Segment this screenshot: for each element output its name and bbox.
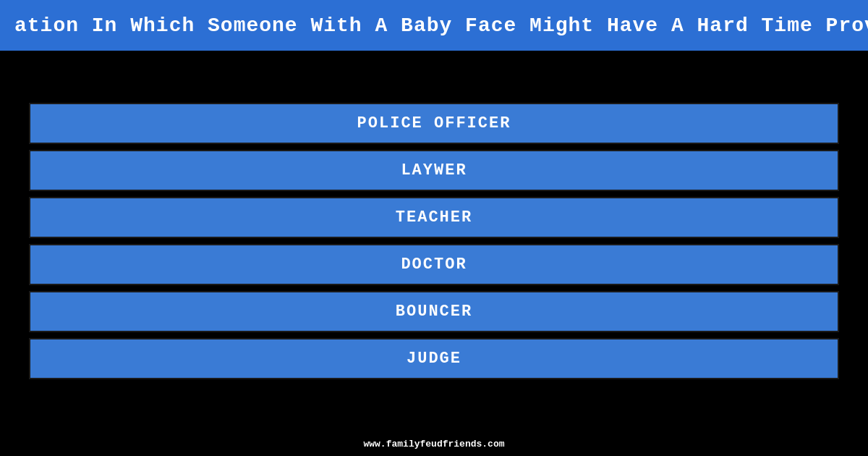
answer-row-6[interactable]: JUDGE	[29, 338, 839, 379]
answer-text-2: LAYWER	[401, 161, 467, 180]
answer-text-3: TEACHER	[396, 208, 472, 227]
footer: www.familyfeudfriends.com	[0, 431, 868, 456]
answer-text-1: POLICE OFFICER	[357, 114, 511, 132]
answer-row-2[interactable]: LAYWER	[29, 150, 839, 191]
answer-row-1[interactable]: POLICE OFFICER	[29, 103, 839, 144]
answer-text-4: DOCTOR	[401, 256, 467, 274]
answer-row-4[interactable]: DOCTOR	[29, 244, 839, 285]
answer-row-3[interactable]: TEACHER	[29, 197, 839, 238]
answers-list: POLICE OFFICERLAYWERTEACHERDOCTORBOUNCER…	[0, 51, 868, 431]
answer-text-6: JUDGE	[407, 350, 461, 368]
answer-row-5[interactable]: BOUNCER	[29, 291, 839, 332]
footer-url: www.familyfeudfriends.com	[363, 439, 504, 449]
answer-text-5: BOUNCER	[396, 303, 472, 321]
question-header: ation In Which Someone With A Baby Face …	[0, 0, 868, 51]
question-text: ation In Which Someone With A Baby Face …	[14, 14, 868, 37]
